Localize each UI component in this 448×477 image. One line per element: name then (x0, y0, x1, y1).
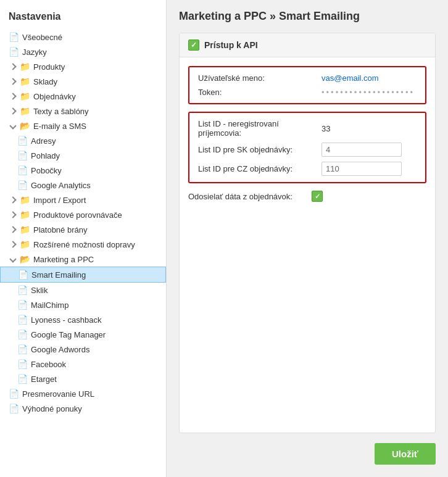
sidebar-item-produkty[interactable]: 📁 Produkty (0, 59, 166, 74)
sidebar-item-vyhodne[interactable]: 📄 Výhodné ponuky (0, 401, 166, 416)
list-id-cz-label: List ID pre CZ objednávky: (198, 164, 321, 173)
sidebar-item-sklady[interactable]: 📁 Sklady (0, 74, 166, 89)
sidebar-item-label: Google Analytics (31, 181, 91, 190)
sidebar-item-label: Produktové porovnávače (33, 210, 122, 220)
card-body: Užívateľské meno: vas@email.com Token: •… (180, 57, 435, 433)
sidebar-item-jazyky[interactable]: 📄 Jazyky (0, 44, 166, 59)
folder-icon: 📁 (20, 210, 30, 220)
sidebar-item-adresy[interactable]: 📄 Adresy (0, 133, 166, 148)
token-value: •••••••••••••••••••• (321, 88, 415, 97)
list-id-label: List ID - neregistrovaní príjemcovia: (198, 119, 321, 138)
arrow-down-icon (9, 123, 17, 128)
sidebar-item-sklik[interactable]: 📄 Sklik (0, 283, 166, 297)
footer-bar: Uložiť (179, 433, 436, 467)
odosielat-checkbox[interactable] (312, 191, 323, 202)
arrow-right-icon (9, 227, 17, 232)
page-title: Marketing a PPC » Smart Emailing (179, 10, 436, 23)
credentials-section: Užívateľské meno: vas@email.com Token: •… (188, 66, 426, 104)
sidebar-item-label: Marketing a PPC (33, 255, 94, 264)
doc-icon: 📄 (18, 270, 28, 280)
sidebar-item-etarget[interactable]: 📄 Etarget (0, 371, 166, 386)
sidebar-item-label: Všeobecné (22, 33, 62, 42)
doc-icon: 📄 (17, 330, 27, 339)
list-id-value: 33 (321, 124, 330, 133)
sidebar-item-pohlady[interactable]: 📄 Pohlady (0, 148, 166, 163)
doc-icon: 📄 (17, 180, 27, 190)
doc-icon: 📄 (17, 374, 27, 384)
folder-icon: 📁 (20, 106, 30, 116)
username-value: vas@email.com (321, 73, 379, 83)
sidebar-item-marketing[interactable]: 📂 Marketing a PPC (0, 252, 166, 267)
sidebar-item-label: Pobočky (31, 166, 62, 175)
card-header-title: Prístup k API (204, 40, 258, 50)
arrow-right-icon (9, 212, 17, 217)
main-content: Marketing a PPC » Smart Emailing Prístup… (167, 0, 448, 477)
doc-icon: 📄 (9, 32, 19, 42)
sidebar-item-objednavky[interactable]: 📁 Objednávky (0, 89, 166, 104)
doc-icon: 📄 (17, 285, 27, 295)
sidebar-item-vseobecne[interactable]: 📄 Všeobecné (0, 30, 166, 44)
sidebar-item-google-adwords[interactable]: 📄 Google Adwords (0, 342, 166, 357)
sidebar-item-label: Etarget (31, 375, 57, 384)
sidebar-item-emaily[interactable]: 📂 E-maily a SMS (0, 118, 166, 133)
sidebar-item-produktove[interactable]: 📁 Produktové porovnávače (0, 207, 166, 222)
folder-icon: 📁 (20, 225, 30, 234)
sidebar-item-label: Rozšírené možnosti dopravy (33, 240, 135, 249)
folder-icon: 📁 (20, 62, 30, 72)
doc-icon: 📄 (17, 136, 27, 146)
sidebar-item-label: Produkty (33, 62, 65, 72)
sidebar-item-rozsirene[interactable]: 📁 Rozšírené možnosti dopravy (0, 237, 166, 252)
doc-icon: 📄 (17, 300, 27, 310)
list-id-sk-label: List ID pre SK objednávky: (198, 145, 321, 154)
sidebar-item-label: Smart Emailing (31, 270, 86, 280)
token-row: Token: •••••••••••••••••••• (198, 88, 417, 97)
card: Prístup k API Užívateľské meno: vas@emai… (179, 33, 436, 433)
arrow-right-icon (9, 109, 17, 114)
sidebar-item-label: Platobné brány (33, 225, 87, 234)
save-button[interactable]: Uložiť (375, 443, 436, 465)
sidebar-item-presmerovanie[interactable]: 📄 Presmerovanie URL (0, 386, 166, 401)
sidebar-item-label: Pohlady (31, 151, 60, 160)
odosielat-row: Odosielať dáta z objednávok: (188, 191, 426, 202)
sidebar-item-label: Facebook (31, 360, 66, 369)
sidebar-item-label: MailChimp (31, 301, 68, 310)
doc-icon: 📄 (17, 315, 27, 325)
sidebar-item-label: Import / Export (33, 196, 86, 205)
sidebar-item-google-tag[interactable]: 📄 Google Tag Manager (0, 327, 166, 342)
username-row: Užívateľské meno: vas@email.com (198, 73, 417, 83)
odosielat-label: Odosielať dáta z objednávok: (188, 192, 312, 201)
sidebar-item-label: Presmerovanie URL (22, 389, 94, 399)
doc-icon: 📄 (17, 344, 27, 354)
arrow-right-icon (9, 197, 17, 202)
sidebar-item-label: Adresy (31, 136, 56, 146)
list-id-cz-input[interactable] (321, 162, 402, 176)
list-id-sk-input[interactable] (321, 143, 402, 157)
arrow-down-icon (9, 257, 17, 262)
sidebar-item-label: Google Adwords (31, 345, 89, 354)
folder-icon: 📁 (20, 91, 30, 101)
list-id-row: List ID - neregistrovaní príjemcovia: 33 (198, 119, 417, 138)
sidebar-item-lyoness[interactable]: 📄 Lyoness - cashback (0, 312, 166, 327)
sidebar-item-platobne[interactable]: 📁 Platobné brány (0, 222, 166, 237)
sidebar-item-label: Sklik (31, 286, 48, 295)
sidebar-item-label: Sklady (33, 77, 57, 86)
sidebar-item-label: Jazyky (22, 48, 47, 57)
sidebar-item-facebook[interactable]: 📄 Facebook (0, 357, 166, 371)
sidebar: Nastavenia 📄 Všeobecné 📄 Jazyky 📁 Produk… (0, 0, 167, 477)
sidebar-item-smart-emailing[interactable]: 📄 Smart Emailing (0, 267, 166, 283)
token-label: Token: (198, 88, 321, 97)
list-id-sk-row: List ID pre SK objednávky: (198, 143, 417, 157)
sidebar-item-google-analytics[interactable]: 📄 Google Analytics (0, 178, 166, 193)
sidebar-item-texty[interactable]: 📁 Texty a šablóny (0, 104, 166, 118)
sidebar-item-label: Objednávky (33, 92, 76, 101)
sidebar-item-pobocky[interactable]: 📄 Pobočky (0, 163, 166, 178)
folder-icon: 📁 (20, 195, 30, 205)
folder-open-icon: 📂 (20, 254, 30, 264)
sidebar-item-label: Google Tag Manager (31, 330, 106, 339)
doc-icon: 📄 (17, 165, 27, 175)
folder-icon: 📁 (20, 77, 30, 86)
sidebar-item-mailchimp[interactable]: 📄 MailChimp (0, 297, 166, 312)
api-enabled-checkbox[interactable] (188, 39, 199, 51)
sidebar-item-import-export[interactable]: 📁 Import / Export (0, 193, 166, 207)
doc-icon: 📄 (9, 404, 19, 413)
